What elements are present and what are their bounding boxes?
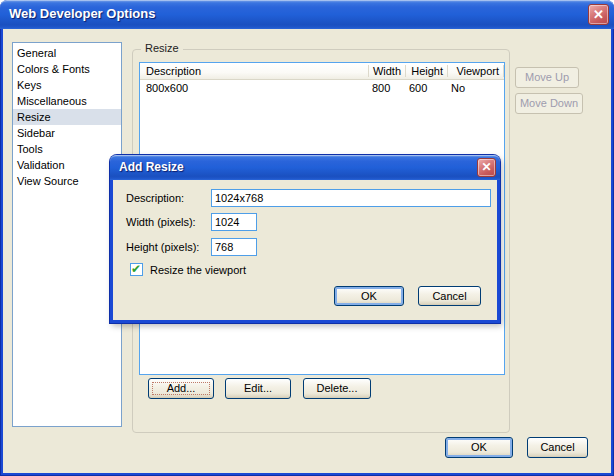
column-header-description[interactable]: Description (140, 63, 369, 79)
sidebar-item-colors-fonts[interactable]: Colors & Fonts (13, 61, 121, 77)
sidebar-item-sidebar[interactable]: Sidebar (13, 125, 121, 141)
height-input[interactable] (211, 238, 257, 256)
move-up-button[interactable]: Move Up (515, 67, 579, 88)
sidebar-item-tools[interactable]: Tools (13, 141, 121, 157)
close-icon: ✕ (481, 160, 491, 174)
sidebar-item-validation[interactable]: Validation (13, 157, 121, 173)
footer-ok-button[interactable]: OK (445, 437, 513, 458)
cell-height: 600 (406, 80, 448, 97)
edit-button[interactable]: Edit... (225, 378, 291, 399)
height-label: Height (pixels): (126, 238, 199, 256)
category-list: General Colors & Fonts Keys Miscellaneou… (12, 42, 122, 427)
listview-header: Description Width Height Viewport (140, 63, 504, 80)
column-header-viewport[interactable]: Viewport (448, 63, 504, 79)
window-title: Web Developer Options (9, 6, 155, 21)
main-close-button[interactable]: ✕ (588, 4, 609, 25)
add-resize-title: Add Resize (119, 160, 184, 174)
resize-viewport-label[interactable]: Resize the viewport (150, 263, 246, 277)
main-titlebar[interactable]: Web Developer Options ✕ (0, 0, 614, 29)
sidebar-item-general[interactable]: General (13, 45, 121, 61)
web-developer-options-window: Web Developer Options ✕ General Colors &… (0, 0, 614, 476)
description-label: Description: (126, 189, 184, 207)
cell-width: 800 (369, 80, 406, 97)
cell-viewport: No (448, 80, 504, 97)
add-resize-titlebar[interactable]: Add Resize ✕ (110, 155, 500, 180)
cell-description: 800x600 (140, 80, 369, 97)
main-dialog-body: General Colors & Fonts Keys Miscellaneou… (3, 29, 611, 473)
column-header-height[interactable]: Height (406, 63, 448, 79)
resize-group-title: Resize (141, 42, 183, 54)
add-button[interactable]: Add... (148, 378, 214, 399)
sidebar-item-miscellaneous[interactable]: Miscellaneous (13, 93, 121, 109)
add-resize-close-button[interactable]: ✕ (477, 158, 496, 177)
add-resize-dialog: Add Resize ✕ Description: Width (pixels)… (110, 155, 500, 323)
move-down-button[interactable]: Move Down (515, 93, 583, 114)
dialog-cancel-button[interactable]: Cancel (418, 286, 481, 306)
sidebar-item-view-source[interactable]: View Source (13, 173, 121, 189)
footer-cancel-button[interactable]: Cancel (527, 437, 588, 458)
width-input[interactable] (211, 213, 257, 231)
width-label: Width (pixels): (126, 213, 196, 231)
column-header-width[interactable]: Width (369, 63, 406, 79)
dialog-ok-button[interactable]: OK (334, 286, 404, 306)
sidebar-item-keys[interactable]: Keys (13, 77, 121, 93)
resize-viewport-checkbox[interactable]: ✔ (130, 263, 143, 276)
close-icon: ✕ (593, 7, 604, 22)
table-row[interactable]: 800x600 800 600 No (140, 80, 504, 97)
delete-button[interactable]: Delete... (303, 378, 371, 399)
sidebar-item-resize[interactable]: Resize (13, 109, 121, 125)
description-input[interactable] (211, 189, 491, 207)
check-icon: ✔ (131, 262, 141, 276)
add-resize-body: Description: Width (pixels): Height (pix… (113, 180, 497, 320)
